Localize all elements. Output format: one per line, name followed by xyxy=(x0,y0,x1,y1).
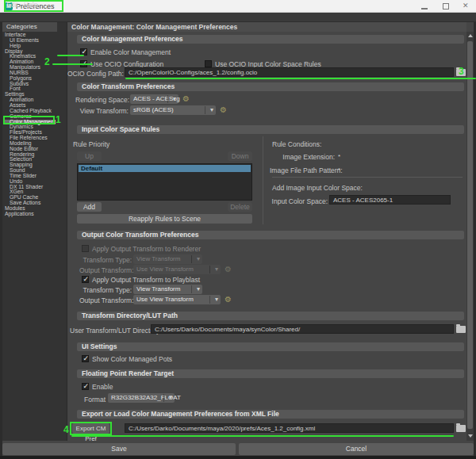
ocio-config-path-label: OCIO Config Path: xyxy=(67,70,122,78)
playblast-output-transform-label: Output Transform: xyxy=(79,296,132,304)
image-extension-value: * xyxy=(338,153,340,160)
enable-color-management-label: Enable Color Management xyxy=(90,48,171,56)
apply-output-playblast-label: Apply Output Transform to Playblast xyxy=(92,276,200,284)
rule-conditions-title: Rule Conditions: xyxy=(272,140,321,148)
ocio-config-path-field[interactable]: C:/OpenColorIO-Configs/aces_1.2/config.o… xyxy=(125,67,454,77)
gear-icon[interactable]: ⚙ xyxy=(225,295,232,304)
show-color-managed-pots-label: Show Color Managed Pots xyxy=(92,355,172,363)
view-transform-value: sRGB (ACES) xyxy=(133,106,174,113)
fp-enable-checkbox[interactable] xyxy=(82,383,89,390)
section-ui-settings[interactable]: UI Settings xyxy=(77,342,464,351)
view-transform-label: View Transform: xyxy=(75,107,129,115)
rules-divider xyxy=(263,136,263,224)
reapply-rules-button[interactable]: Reapply Rules to Scene xyxy=(77,214,252,224)
annotation-number-3: 3 xyxy=(459,67,464,76)
rule-add-button[interactable]: Add xyxy=(77,202,102,212)
main-panel-title: Color Management: Color Management Prefe… xyxy=(67,22,466,32)
annotation-box-export-button xyxy=(70,422,112,435)
playblast-transform-type-label: Transform Type: xyxy=(79,286,132,294)
folder-icon[interactable] xyxy=(456,326,466,333)
annotation-line-export-path xyxy=(71,435,454,437)
rendering-space-label: Rendering Space: xyxy=(75,96,129,104)
playblast-transform-type-dropdown[interactable]: View Transform xyxy=(133,285,202,294)
view-transform-dropdown[interactable]: sRGB (ACES) xyxy=(130,105,216,115)
fp-format-dropdown[interactable]: R32G32B32A32_FLOAT xyxy=(108,393,175,403)
lut-directory-path-field[interactable]: C:/Users/Darko/Documents/maya/synColor/S… xyxy=(151,324,454,334)
rule-delete-button[interactable]: Delete xyxy=(228,202,252,212)
renderer-transform-type-label: Transform Type: xyxy=(79,256,132,264)
rendering-space-value: ACES - ACEScg xyxy=(133,95,180,102)
menu-bar xyxy=(0,13,476,22)
save-button[interactable]: Save xyxy=(2,443,236,455)
section-export-load-cm-preferences[interactable]: Export or Load Color Management Preferen… xyxy=(77,410,464,419)
use-ocio-rules-checkbox[interactable] xyxy=(205,60,212,67)
section-floating-point-render-target[interactable]: Floating Point Render Target xyxy=(77,369,464,378)
maximize-icon[interactable] xyxy=(443,3,449,10)
apply-output-renderer-label: Apply Output Transform to Renderer xyxy=(92,245,201,253)
section-color-management-preferences[interactable]: Color Management Preferences xyxy=(77,35,464,44)
file-path-pattern-label: Image File Path Pattern: xyxy=(270,166,335,174)
folder-icon[interactable] xyxy=(456,425,466,432)
section-output-color-transform-preferences[interactable]: Output Color Transform Preferences xyxy=(77,231,464,239)
annotation-number-1: 1 xyxy=(56,115,61,124)
section-transform-directory-lut-path[interactable]: Transform Directory/LUT Path xyxy=(77,312,464,320)
title-bar xyxy=(0,0,476,13)
rule-down-button[interactable]: Down xyxy=(228,151,252,161)
apply-output-renderer-checkbox[interactable] xyxy=(82,245,89,252)
gear-icon[interactable]: ⚙ xyxy=(220,105,227,115)
gear-icon[interactable]: ⚙ xyxy=(225,265,232,274)
lut-directory-path-label: User Transform/LUT Directory Path: xyxy=(70,327,149,335)
annotation-box-title xyxy=(4,0,63,12)
close-icon[interactable]: ✕ xyxy=(463,2,469,10)
annotation-number-2: 2 xyxy=(44,57,50,67)
rule-priority-label: Rule Priority xyxy=(73,140,109,148)
playblast-transform-type-value: View Transform xyxy=(136,285,180,293)
window-border-bottom xyxy=(0,456,476,459)
rule-list-item-default[interactable]: Default xyxy=(79,165,251,172)
gear-icon[interactable]: ⚙ xyxy=(182,94,190,104)
renderer-output-transform-dropdown[interactable]: Use View Transform xyxy=(133,265,221,274)
annotation-box-color-management xyxy=(3,116,55,124)
fp-enable-label: Enable xyxy=(92,383,113,391)
section-color-transform-preferences[interactable]: Color Transform Preferences xyxy=(77,82,464,91)
annotation-line-config-path xyxy=(125,78,476,79)
input-color-space-label: Input Color Space: xyxy=(266,197,328,205)
annotation-number-4: 4 xyxy=(63,425,69,434)
renderer-output-transform-value: Use View Transform xyxy=(136,266,194,273)
categories-header: Categories xyxy=(2,22,57,32)
rule-up-button[interactable]: Up xyxy=(77,151,102,161)
fp-format-value: R32G32B32A32_FLOAT xyxy=(111,394,181,401)
renderer-transform-type-dropdown[interactable]: View Transform xyxy=(133,254,202,264)
sidebar-item-applications[interactable]: Applications xyxy=(3,212,56,217)
renderer-output-transform-label: Output Transform: xyxy=(79,266,132,274)
annotation-line-enable xyxy=(57,55,84,56)
apply-output-playblast-checkbox[interactable] xyxy=(82,276,89,283)
fp-format-label: Format xyxy=(75,396,106,404)
export-cm-path-field[interactable]: C:/Users/Darko/Documents/maya/2020/prefs… xyxy=(125,423,454,433)
rule-priority-list[interactable]: Default xyxy=(77,163,252,201)
annotation-line-use-ocio xyxy=(52,63,93,65)
show-color-managed-pots-checkbox[interactable] xyxy=(82,355,89,362)
conditions-divider xyxy=(272,177,463,178)
minimize-icon[interactable] xyxy=(421,8,428,10)
playblast-output-transform-dropdown[interactable]: Use View Transform xyxy=(133,295,221,304)
image-extension-label: Image Extension: xyxy=(270,153,335,161)
cancel-button[interactable]: Cancel xyxy=(239,443,474,455)
section-input-color-space-rules[interactable]: Input Color Space Rules xyxy=(77,125,464,134)
file-path-pattern-value: * xyxy=(338,166,340,174)
add-input-color-space-title: Add Image Input Color Space: xyxy=(272,184,363,192)
scrollbar-handle[interactable] xyxy=(467,41,473,429)
renderer-transform-type-value: View Transform xyxy=(136,255,180,262)
rendering-space-dropdown[interactable]: ACES - ACEScg xyxy=(130,94,178,104)
scroll-down-icon[interactable] xyxy=(468,434,473,438)
scroll-up-icon[interactable] xyxy=(468,34,473,37)
playblast-output-transform-value: Use View Transform xyxy=(136,296,194,303)
input-color-space-field[interactable]: ACES - ACES2065-1 xyxy=(329,195,451,205)
